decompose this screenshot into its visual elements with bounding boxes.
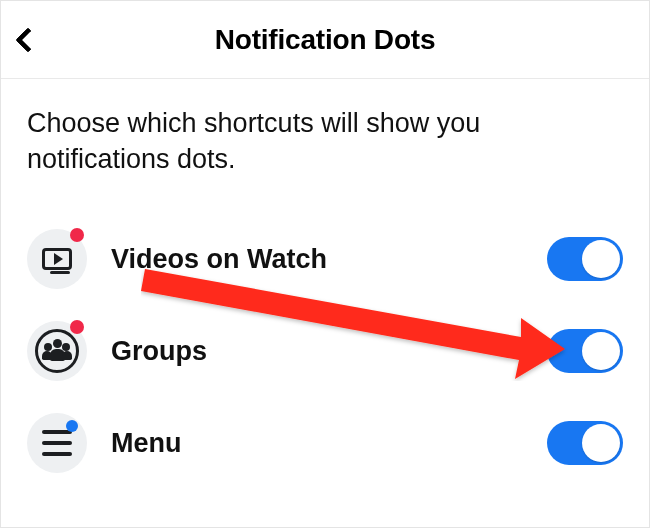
content-area: Choose which shortcuts will show you not…: [1, 79, 649, 489]
shortcut-label: Videos on Watch: [111, 244, 547, 275]
groups-icon: [27, 321, 87, 381]
back-button[interactable]: [19, 1, 69, 79]
shortcut-label: Menu: [111, 428, 547, 459]
toggle-menu[interactable]: [547, 421, 623, 465]
header-bar: Notification Dots: [1, 1, 649, 79]
shortcut-row-groups: Groups: [27, 305, 623, 397]
toggle-groups[interactable]: [547, 329, 623, 373]
menu-icon: [27, 413, 87, 473]
notification-dot-icon: [66, 420, 78, 432]
shortcut-label: Groups: [111, 336, 547, 367]
toggle-videos-on-watch[interactable]: [547, 237, 623, 281]
toggle-knob: [582, 240, 620, 278]
notification-dot-icon: [70, 320, 84, 334]
toggle-knob: [582, 332, 620, 370]
notification-dot-icon: [70, 228, 84, 242]
shortcut-row-videos-on-watch: Videos on Watch: [27, 213, 623, 305]
page-title: Notification Dots: [215, 24, 436, 56]
shortcut-row-menu: Menu: [27, 397, 623, 489]
toggle-knob: [582, 424, 620, 462]
chevron-left-icon: [15, 27, 40, 52]
settings-screen: Notification Dots Choose which shortcuts…: [0, 0, 650, 528]
section-description: Choose which shortcuts will show you not…: [27, 105, 623, 177]
videos-on-watch-icon: [27, 229, 87, 289]
